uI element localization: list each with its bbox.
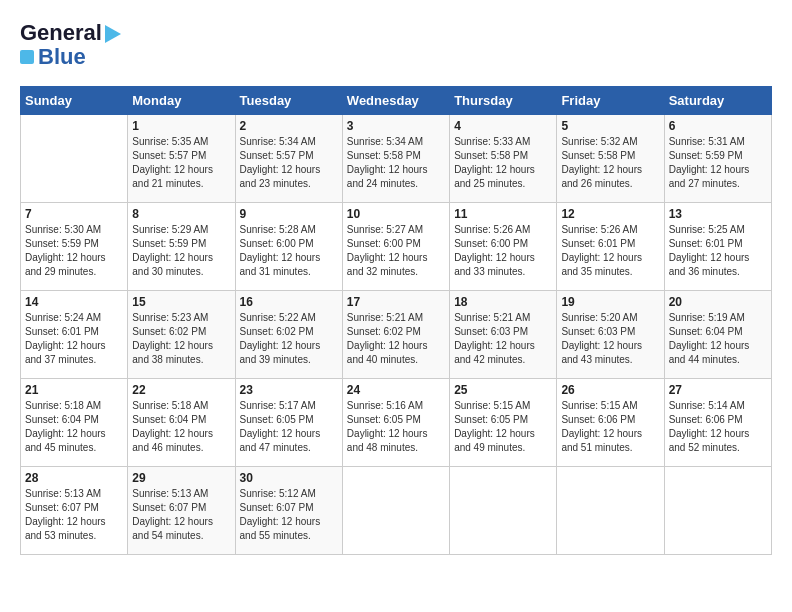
- daylight-text: Daylight: 12 hours and 52 minutes.: [669, 428, 750, 453]
- day-number: 2: [240, 119, 338, 133]
- day-info: Sunrise: 5:34 AM Sunset: 5:58 PM Dayligh…: [347, 135, 445, 191]
- sunset-text: Sunset: 5:58 PM: [454, 150, 528, 161]
- sunset-text: Sunset: 6:02 PM: [347, 326, 421, 337]
- calendar-cell: 30 Sunrise: 5:12 AM Sunset: 6:07 PM Dayl…: [235, 467, 342, 555]
- day-number: 7: [25, 207, 123, 221]
- sunset-text: Sunset: 6:05 PM: [240, 414, 314, 425]
- logo-arrow-icon: [105, 25, 121, 43]
- day-number: 6: [669, 119, 767, 133]
- calendar-cell: [21, 115, 128, 203]
- daylight-text: Daylight: 12 hours and 49 minutes.: [454, 428, 535, 453]
- day-number: 14: [25, 295, 123, 309]
- day-number: 4: [454, 119, 552, 133]
- day-number: 16: [240, 295, 338, 309]
- day-info: Sunrise: 5:33 AM Sunset: 5:58 PM Dayligh…: [454, 135, 552, 191]
- day-number: 1: [132, 119, 230, 133]
- sunrise-text: Sunrise: 5:27 AM: [347, 224, 423, 235]
- calendar-cell: 26 Sunrise: 5:15 AM Sunset: 6:06 PM Dayl…: [557, 379, 664, 467]
- sunset-text: Sunset: 5:57 PM: [240, 150, 314, 161]
- day-info: Sunrise: 5:19 AM Sunset: 6:04 PM Dayligh…: [669, 311, 767, 367]
- day-info: Sunrise: 5:30 AM Sunset: 5:59 PM Dayligh…: [25, 223, 123, 279]
- calendar-cell: 17 Sunrise: 5:21 AM Sunset: 6:02 PM Dayl…: [342, 291, 449, 379]
- daylight-text: Daylight: 12 hours and 51 minutes.: [561, 428, 642, 453]
- weekday-header-thursday: Thursday: [450, 87, 557, 115]
- sunrise-text: Sunrise: 5:22 AM: [240, 312, 316, 323]
- sunset-text: Sunset: 6:06 PM: [561, 414, 635, 425]
- sunset-text: Sunset: 5:59 PM: [132, 238, 206, 249]
- day-number: 27: [669, 383, 767, 397]
- day-info: Sunrise: 5:27 AM Sunset: 6:00 PM Dayligh…: [347, 223, 445, 279]
- day-number: 19: [561, 295, 659, 309]
- day-info: Sunrise: 5:16 AM Sunset: 6:05 PM Dayligh…: [347, 399, 445, 455]
- sunrise-text: Sunrise: 5:26 AM: [561, 224, 637, 235]
- calendar-cell: 3 Sunrise: 5:34 AM Sunset: 5:58 PM Dayli…: [342, 115, 449, 203]
- weekday-header-friday: Friday: [557, 87, 664, 115]
- sunset-text: Sunset: 6:05 PM: [454, 414, 528, 425]
- day-info: Sunrise: 5:21 AM Sunset: 6:03 PM Dayligh…: [454, 311, 552, 367]
- sunrise-text: Sunrise: 5:29 AM: [132, 224, 208, 235]
- sunrise-text: Sunrise: 5:17 AM: [240, 400, 316, 411]
- daylight-text: Daylight: 12 hours and 38 minutes.: [132, 340, 213, 365]
- week-row-3: 14 Sunrise: 5:24 AM Sunset: 6:01 PM Dayl…: [21, 291, 772, 379]
- day-number: 5: [561, 119, 659, 133]
- calendar-cell: 21 Sunrise: 5:18 AM Sunset: 6:04 PM Dayl…: [21, 379, 128, 467]
- weekday-header-sunday: Sunday: [21, 87, 128, 115]
- day-info: Sunrise: 5:21 AM Sunset: 6:02 PM Dayligh…: [347, 311, 445, 367]
- day-number: 26: [561, 383, 659, 397]
- sunset-text: Sunset: 6:04 PM: [25, 414, 99, 425]
- sunrise-text: Sunrise: 5:24 AM: [25, 312, 101, 323]
- calendar-cell: [342, 467, 449, 555]
- logo: General Blue: [20, 20, 121, 70]
- sunrise-text: Sunrise: 5:20 AM: [561, 312, 637, 323]
- calendar-cell: 5 Sunrise: 5:32 AM Sunset: 5:58 PM Dayli…: [557, 115, 664, 203]
- daylight-text: Daylight: 12 hours and 27 minutes.: [669, 164, 750, 189]
- daylight-text: Daylight: 12 hours and 40 minutes.: [347, 340, 428, 365]
- day-info: Sunrise: 5:13 AM Sunset: 6:07 PM Dayligh…: [25, 487, 123, 543]
- day-number: 18: [454, 295, 552, 309]
- day-info: Sunrise: 5:28 AM Sunset: 6:00 PM Dayligh…: [240, 223, 338, 279]
- day-info: Sunrise: 5:26 AM Sunset: 6:01 PM Dayligh…: [561, 223, 659, 279]
- week-row-1: 1 Sunrise: 5:35 AM Sunset: 5:57 PM Dayli…: [21, 115, 772, 203]
- calendar-cell: 28 Sunrise: 5:13 AM Sunset: 6:07 PM Dayl…: [21, 467, 128, 555]
- daylight-text: Daylight: 12 hours and 44 minutes.: [669, 340, 750, 365]
- daylight-text: Daylight: 12 hours and 55 minutes.: [240, 516, 321, 541]
- day-info: Sunrise: 5:31 AM Sunset: 5:59 PM Dayligh…: [669, 135, 767, 191]
- calendar-header: SundayMondayTuesdayWednesdayThursdayFrid…: [21, 87, 772, 115]
- week-row-2: 7 Sunrise: 5:30 AM Sunset: 5:59 PM Dayli…: [21, 203, 772, 291]
- day-info: Sunrise: 5:34 AM Sunset: 5:57 PM Dayligh…: [240, 135, 338, 191]
- week-row-4: 21 Sunrise: 5:18 AM Sunset: 6:04 PM Dayl…: [21, 379, 772, 467]
- sunrise-text: Sunrise: 5:16 AM: [347, 400, 423, 411]
- weekday-row: SundayMondayTuesdayWednesdayThursdayFrid…: [21, 87, 772, 115]
- daylight-text: Daylight: 12 hours and 35 minutes.: [561, 252, 642, 277]
- daylight-text: Daylight: 12 hours and 26 minutes.: [561, 164, 642, 189]
- day-number: 13: [669, 207, 767, 221]
- calendar-cell: 11 Sunrise: 5:26 AM Sunset: 6:00 PM Dayl…: [450, 203, 557, 291]
- daylight-text: Daylight: 12 hours and 21 minutes.: [132, 164, 213, 189]
- daylight-text: Daylight: 12 hours and 39 minutes.: [240, 340, 321, 365]
- day-info: Sunrise: 5:15 AM Sunset: 6:05 PM Dayligh…: [454, 399, 552, 455]
- daylight-text: Daylight: 12 hours and 25 minutes.: [454, 164, 535, 189]
- logo-text-blue: Blue: [38, 44, 86, 70]
- sunrise-text: Sunrise: 5:21 AM: [347, 312, 423, 323]
- day-info: Sunrise: 5:26 AM Sunset: 6:00 PM Dayligh…: [454, 223, 552, 279]
- sunset-text: Sunset: 6:00 PM: [240, 238, 314, 249]
- day-number: 22: [132, 383, 230, 397]
- day-number: 3: [347, 119, 445, 133]
- daylight-text: Daylight: 12 hours and 23 minutes.: [240, 164, 321, 189]
- sunset-text: Sunset: 6:05 PM: [347, 414, 421, 425]
- sunrise-text: Sunrise: 5:28 AM: [240, 224, 316, 235]
- calendar-cell: 9 Sunrise: 5:28 AM Sunset: 6:00 PM Dayli…: [235, 203, 342, 291]
- calendar-cell: 7 Sunrise: 5:30 AM Sunset: 5:59 PM Dayli…: [21, 203, 128, 291]
- weekday-header-monday: Monday: [128, 87, 235, 115]
- daylight-text: Daylight: 12 hours and 33 minutes.: [454, 252, 535, 277]
- day-info: Sunrise: 5:25 AM Sunset: 6:01 PM Dayligh…: [669, 223, 767, 279]
- sunrise-text: Sunrise: 5:34 AM: [347, 136, 423, 147]
- day-number: 29: [132, 471, 230, 485]
- day-info: Sunrise: 5:14 AM Sunset: 6:06 PM Dayligh…: [669, 399, 767, 455]
- calendar-cell: 23 Sunrise: 5:17 AM Sunset: 6:05 PM Dayl…: [235, 379, 342, 467]
- daylight-text: Daylight: 12 hours and 54 minutes.: [132, 516, 213, 541]
- calendar-cell: [664, 467, 771, 555]
- sunrise-text: Sunrise: 5:32 AM: [561, 136, 637, 147]
- weekday-header-wednesday: Wednesday: [342, 87, 449, 115]
- day-info: Sunrise: 5:18 AM Sunset: 6:04 PM Dayligh…: [132, 399, 230, 455]
